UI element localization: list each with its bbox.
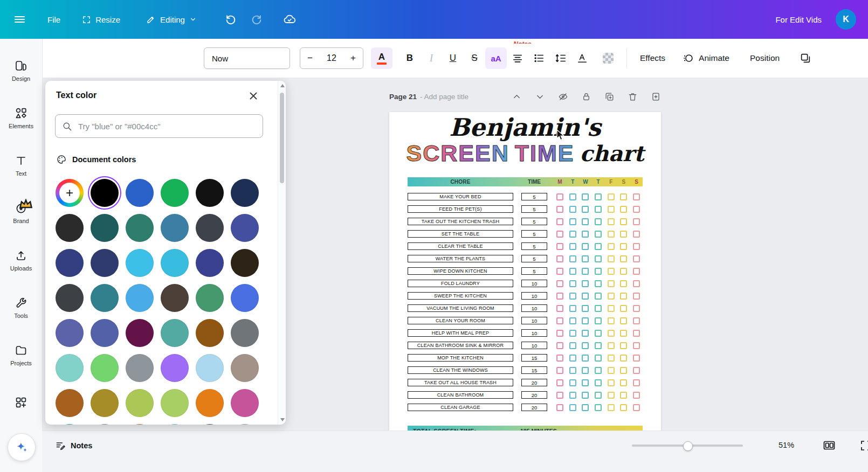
day-checkbox[interactable] [595,392,602,399]
color-swatch[interactable] [56,389,84,417]
day-checkbox[interactable] [620,379,627,386]
day-checkbox[interactable] [582,404,589,411]
day-checkbox[interactable] [569,255,576,262]
day-checkbox[interactable] [608,392,615,399]
day-checkbox[interactable] [569,330,576,337]
color-swatch[interactable] [196,284,224,312]
day-checkbox[interactable] [633,379,640,386]
day-checkbox[interactable] [620,268,627,275]
day-checkbox[interactable] [569,317,576,324]
day-checkbox[interactable] [582,317,589,324]
resize-button[interactable]: Resize [82,15,120,24]
day-checkbox[interactable] [595,206,602,213]
color-swatch[interactable] [91,214,119,242]
day-checkbox[interactable] [608,268,615,275]
day-checkbox[interactable] [608,231,615,238]
day-checkbox[interactable] [633,342,640,349]
day-checkbox[interactable] [582,367,589,374]
design-page[interactable]: Benjamin's SCREEN TIME chart CHORE TIME … [389,112,661,431]
scroll-up-icon[interactable] [280,84,285,87]
duplicate-page-button[interactable] [604,92,615,102]
text-case-button[interactable]: aA [485,47,507,69]
animate-button[interactable]: Animate [676,47,736,69]
day-checkbox[interactable] [620,231,627,238]
doc-main-title[interactable]: SCREEN TIME chart [389,140,661,166]
strikethrough-button[interactable]: S [464,47,485,69]
editing-mode-button[interactable]: Editing [146,15,197,24]
color-swatch[interactable] [126,319,154,347]
day-checkbox[interactable] [620,367,627,374]
day-checkbox[interactable] [620,342,627,349]
day-checkbox[interactable] [595,355,602,362]
font-family-selector[interactable]: Now [204,47,290,69]
day-checkbox[interactable] [595,330,602,337]
day-checkbox[interactable] [569,355,576,362]
day-checkbox[interactable] [620,243,627,250]
color-swatch[interactable] [196,354,224,382]
panel-scrollbar[interactable] [278,81,286,425]
save-status-button[interactable] [283,13,296,26]
day-checkbox[interactable] [569,218,576,225]
day-checkbox[interactable] [595,243,602,250]
day-checkbox[interactable] [556,243,563,250]
day-checkbox[interactable] [556,305,563,312]
color-swatch[interactable] [231,389,259,417]
day-checkbox[interactable] [582,379,589,386]
scroll-down-icon[interactable] [280,418,285,421]
sidebar-item-projects[interactable]: Projects [2,335,40,375]
color-swatch[interactable] [161,179,189,207]
main-menu-button[interactable] [13,13,26,26]
day-checkbox[interactable] [633,243,640,250]
day-checkbox[interactable] [556,355,563,362]
day-checkbox[interactable] [582,218,589,225]
transparency-button[interactable] [597,47,619,69]
day-checkbox[interactable] [569,231,576,238]
color-swatch[interactable] [161,319,189,347]
day-checkbox[interactable] [633,280,640,287]
day-checkbox[interactable] [556,379,563,386]
day-checkbox[interactable] [569,305,576,312]
color-swatch[interactable] [196,424,224,425]
font-size-increase-button[interactable]: + [350,53,356,64]
day-checkbox[interactable] [556,231,563,238]
day-checkbox[interactable] [556,404,563,411]
move-page-up-button[interactable] [512,92,522,102]
color-swatch[interactable] [161,389,189,417]
day-checkbox[interactable] [633,367,640,374]
day-checkbox[interactable] [582,231,589,238]
color-swatch[interactable] [91,249,119,277]
day-checkbox[interactable] [595,305,602,312]
day-checkbox[interactable] [608,218,615,225]
day-checkbox[interactable] [608,280,615,287]
delete-page-button[interactable] [628,92,638,102]
day-checkbox[interactable] [595,379,602,386]
day-checkbox[interactable] [620,404,627,411]
avatar[interactable]: K [836,9,856,30]
color-swatch[interactable] [56,284,84,312]
day-checkbox[interactable] [608,317,615,324]
font-size-value[interactable]: 12 [327,53,336,63]
day-checkbox[interactable] [582,392,589,399]
notes-button[interactable]: Notes [55,439,92,453]
day-checkbox[interactable] [556,193,563,200]
day-checkbox[interactable] [582,305,589,312]
add-page-button[interactable] [651,92,661,102]
scrollbar-thumb[interactable] [280,93,284,183]
day-checkbox[interactable] [582,255,589,262]
day-checkbox[interactable] [620,206,627,213]
color-swatch[interactable] [56,214,84,242]
day-checkbox[interactable] [608,293,615,300]
color-swatch[interactable] [126,179,154,207]
day-checkbox[interactable] [608,355,615,362]
day-checkbox[interactable] [608,379,615,386]
color-swatch[interactable] [126,389,154,417]
position-button[interactable]: Position [743,47,786,69]
color-swatch[interactable] [231,354,259,382]
day-checkbox[interactable] [569,243,576,250]
color-swatch[interactable] [196,319,224,347]
day-checkbox[interactable] [620,355,627,362]
day-checkbox[interactable] [595,367,602,374]
day-checkbox[interactable] [633,231,640,238]
redo-button[interactable] [251,13,263,25]
color-swatch[interactable] [126,214,154,242]
